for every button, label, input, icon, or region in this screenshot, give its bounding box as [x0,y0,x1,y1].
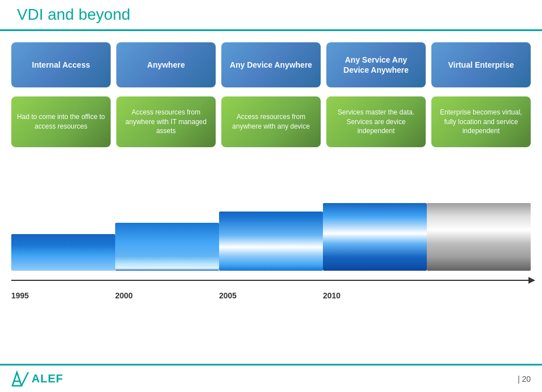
timeline-label-2000: 2000 [115,291,219,300]
page-title: VDI and beyond [17,6,130,24]
svg-marker-0 [12,372,21,386]
timeline-item-2 [115,223,219,271]
timeline-label-2010: 2010 [323,291,427,300]
cloud-image-2 [115,223,219,271]
stage-virtual-enterprise: Virtual Enterprise [431,42,531,87]
desc-anywhere: Access resources from anywhere with IT m… [116,96,216,147]
stages-row: Internal Access Anywhere Any Device Anyw… [11,42,531,87]
desc-internal-access: Had to come into the office to access re… [11,96,111,147]
timeline-item-5 [427,203,531,271]
alef-logo-icon [11,370,29,388]
cloud-image-4 [323,203,427,271]
cloud-image-5 [427,203,531,271]
descriptions-row: Had to come into the office to access re… [11,96,531,147]
stage-anywhere: Anywhere [116,42,216,87]
timeline-labels: 1995 2000 2005 2010 [11,289,531,300]
timeline-label-end [427,291,531,300]
timeline-axis [11,280,531,281]
desc-any-service-device: Services master the data. Services are d… [326,96,426,147]
stage-any-service-device-anywhere: Any Service Any Device Anywhere [326,42,426,87]
desc-virtual-enterprise: Enterprise becomes virtual, fully locati… [431,96,531,147]
timeline-images [11,203,531,271]
timeline-section: 1995 2000 2005 2010 [11,203,531,290]
timeline-item-4 [323,203,427,271]
logo-area: ALEF [11,370,63,388]
header-bar: VDI and beyond [0,0,542,31]
timeline-axis-container [11,272,531,289]
stage-any-device-anywhere: Any Device Anywhere [221,42,321,87]
logo-text: ALEF [32,372,63,385]
svg-line-2 [21,372,28,386]
desc-any-device-anywhere: Access resources from anywhere with any … [221,96,321,147]
cloud-image-1 [11,234,115,271]
stage-internal-access: Internal Access [11,42,111,87]
timeline-item-1 [11,234,115,271]
timeline-label-2005: 2005 [219,291,323,300]
main-content: Internal Access Anywhere Any Device Anyw… [0,31,542,341]
page-number: | 20 [518,375,531,384]
timeline-item-3 [219,212,323,271]
timeline-label-1995: 1995 [11,291,115,300]
cloud-image-3 [219,212,323,271]
footer-bar: ALEF | 20 [0,364,542,392]
